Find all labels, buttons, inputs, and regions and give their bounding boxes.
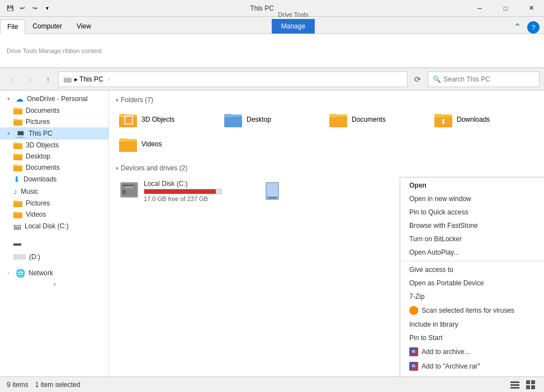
svg-rect-25 (119, 117, 137, 127)
sidebar-item-videos[interactable]: Videos (0, 209, 108, 220)
sidebar-item-local-disk[interactable]: 🖴 Local Disk (C:) (0, 220, 108, 232)
search-icon: 🔍 (433, 75, 441, 83)
folder-item-videos[interactable]: Videos (116, 134, 216, 154)
up-button[interactable]: ↑ (40, 71, 56, 87)
qat-dropdown[interactable]: ▾ (41, 3, 53, 14)
sidebar-item-network[interactable]: › 🌐 Network (0, 267, 108, 279)
tab-file[interactable]: File (0, 20, 25, 34)
folder-item-documents[interactable]: Documents (326, 109, 427, 130)
folder-item-3dobjects[interactable]: 3D Objects (116, 109, 216, 130)
ctx-open-new-window-label: Open in new window (409, 195, 471, 203)
ctx-autoplay[interactable]: Open AutoPlay... (400, 246, 544, 259)
sidebar-label-usb2: (D:) (29, 253, 40, 261)
sidebar-item-usb1[interactable]: ▬ (0, 237, 108, 249)
drives-section-header[interactable]: ▾ Devices and drives (2) (116, 163, 537, 173)
ctx-open-portable[interactable]: Open as Portable Device (400, 276, 544, 290)
sidebar-item-usb2[interactable]: (D:) (0, 251, 108, 262)
sidebar-label-onedrive: OneDrive - Personal (27, 95, 88, 103)
search-bar[interactable]: 🔍 (428, 71, 540, 87)
status-info: 9 items 1 item selected (7, 381, 80, 389)
ribbon-placeholder: Drive Tools Manage ribbon content (4, 45, 104, 56)
view-details-button[interactable] (508, 378, 522, 391)
scroll-indicator: ▾ (53, 281, 56, 288)
folder-icon (13, 152, 22, 160)
qat-save[interactable]: 💾 (4, 3, 16, 14)
drive-bar-c (144, 189, 216, 194)
svg-rect-47 (267, 183, 278, 197)
sidebar-item-documents2[interactable]: Documents (0, 162, 108, 173)
folder-icon (13, 107, 22, 114)
view-tiles-button[interactable] (524, 378, 537, 391)
tab-manage[interactable]: Manage (272, 19, 315, 34)
folders-section-header[interactable]: ▾ Folders (7) (116, 95, 537, 105)
usb-icon2 (13, 253, 26, 261)
sidebar-label-videos: Videos (26, 211, 46, 218)
ctx-browse-faststone[interactable]: Browse with FastStone (400, 219, 544, 232)
sidebar-label-desktop: Desktop (26, 152, 50, 160)
drive-item-d[interactable] (259, 178, 393, 204)
svg-rect-53 (531, 380, 535, 384)
ctx-scan-virus[interactable]: Scan selected items for viruses (400, 303, 544, 318)
search-input[interactable] (443, 75, 534, 83)
ctx-7zip[interactable]: 7-Zip › (400, 290, 544, 303)
folder-icon (13, 199, 22, 207)
tab-computer[interactable]: Computer (25, 19, 69, 34)
ctx-open-new-window[interactable]: Open in new window (400, 192, 544, 205)
sidebar-item-documents[interactable]: Documents (0, 105, 108, 116)
expand-arrow-network: › (4, 269, 12, 277)
ctx-add-archive-rar[interactable]: R Add to "Archive.rar" (400, 359, 544, 374)
tiles-icon (526, 380, 535, 389)
drive-name-c: Local Disk (C:) (144, 180, 222, 188)
ctx-sep1 (400, 261, 544, 261)
svg-rect-23 (13, 254, 26, 260)
sidebar-item-pictures[interactable]: Pictures (0, 116, 108, 127)
rar-icon1: R (409, 347, 418, 356)
ctx-bitlocker[interactable]: Turn on BitLocker (400, 232, 544, 246)
sidebar-item-onedrive[interactable]: ▾ ☁ OneDrive - Personal (0, 93, 108, 105)
sidebar-item-pictures2[interactable]: Pictures (0, 198, 108, 209)
ctx-include-library-label: Include in library (409, 321, 458, 328)
ctx-compress-email[interactable]: R Compress and email... (400, 374, 544, 376)
back-button[interactable]: ‹ (4, 71, 20, 87)
ctx-pin-quick-access-label: Pin to Quick access (409, 208, 468, 216)
sidebar-item-3dobjects[interactable]: 3D Objects (0, 140, 108, 151)
forward-button[interactable]: › (22, 71, 38, 87)
sidebar-label-pictures2: Pictures (26, 199, 50, 207)
ctx-include-library[interactable]: Include in library › (400, 318, 544, 331)
address-bar[interactable]: ▸ This PC › (58, 71, 408, 87)
ctx-add-archive[interactable]: R Add to archive... (400, 345, 544, 359)
refresh-button[interactable]: ⟳ (410, 71, 425, 87)
ribbon: File Computer View Drive Tools Manage ⌃ … (0, 17, 544, 68)
svg-rect-39 (119, 141, 137, 152)
svg-rect-3 (13, 109, 22, 114)
drive-item-c[interactable]: WIN Local Disk (C:) 17.0 GB free of 237 … (116, 178, 250, 204)
sidebar-item-downloads[interactable]: ⬇ Downloads (0, 173, 108, 185)
sidebar-item-thispc[interactable]: ▾ 💻 This PC (0, 127, 108, 140)
sidebar-label-3dobjects: 3D Objects (26, 141, 59, 149)
folder-label-downloads: Downloads (457, 116, 490, 123)
sidebar-scroll-area: ▾ (0, 279, 108, 290)
svg-rect-26 (119, 114, 127, 117)
folder-item-desktop[interactable]: Desktop (221, 109, 321, 130)
ctx-pin-quick-access[interactable]: Pin to Quick access (400, 205, 544, 219)
svg-rect-55 (531, 385, 535, 389)
maximize-button[interactable]: □ (493, 0, 518, 17)
sidebar-item-music[interactable]: ♪ Music (0, 185, 108, 198)
sidebar-label-network: Network (29, 269, 53, 277)
ctx-pin-start[interactable]: Pin to Start (400, 331, 544, 345)
help-button[interactable]: ? (527, 21, 540, 34)
details-icon (510, 380, 519, 389)
title-bar-left: 💾 ↩ ↪ ▾ (0, 3, 57, 14)
ctx-browse-faststone-label: Browse with FastStone (409, 222, 478, 230)
close-button[interactable]: ✕ (518, 0, 544, 17)
folder-item-downloads[interactable]: ⬇ Downloads (431, 109, 532, 130)
folder-icon (13, 118, 22, 126)
ctx-give-access[interactable]: Give access to › (400, 263, 544, 276)
qat-redo[interactable]: ↪ (29, 3, 40, 14)
svg-rect-1 (64, 78, 72, 83)
qat-undo[interactable]: ↩ (17, 3, 28, 14)
sidebar-item-desktop[interactable]: Desktop (0, 151, 108, 162)
ctx-open[interactable]: Open (400, 179, 544, 192)
ribbon-collapse[interactable]: ⌃ (509, 21, 525, 34)
tab-view[interactable]: View (69, 19, 98, 34)
